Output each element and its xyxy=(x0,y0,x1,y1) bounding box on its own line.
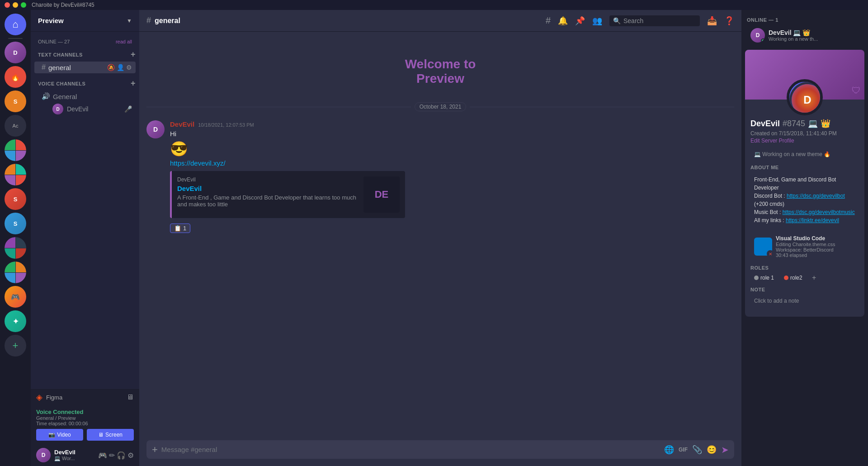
voice-user-devevil[interactable]: D DevEvil 🎤 xyxy=(34,103,136,115)
server-list: ⌂ D 🔥 S Ac xyxy=(0,10,31,466)
embed-content: DevEvil DevEvil A Front-End , Game and D… xyxy=(177,176,358,213)
server-icon-ac[interactable]: Ac xyxy=(5,115,26,137)
message-input-bar: + 🌐 GIF 📎 😊 ➤ xyxy=(139,440,741,466)
video-button[interactable]: 📷 Video xyxy=(36,429,83,441)
voice-channel-name-status: General / Preview xyxy=(36,415,134,421)
server-icon-8[interactable]: S xyxy=(5,213,26,234)
vscode-title: Visual Studio Code xyxy=(776,235,855,242)
channel-list: ONLINE — 27 read all TEXT CHANNELS + # g… xyxy=(31,32,139,389)
bell-icon[interactable]: 🔔 xyxy=(558,16,568,26)
inbox-icon[interactable]: 📥 xyxy=(707,16,717,26)
online-user-name: DevEvil 💻 👑 xyxy=(769,29,818,36)
server-icon-12[interactable]: ✦ xyxy=(5,310,26,332)
input-actions: 🌐 GIF 📎 😊 ➤ xyxy=(664,444,729,455)
add-server-button[interactable]: + xyxy=(5,335,26,357)
voice-channel-general[interactable]: 🔊 General xyxy=(34,90,136,102)
minimize-button[interactable] xyxy=(13,2,18,8)
vscode-icon: 3 ✕ xyxy=(754,238,772,256)
server-icon-1[interactable]: D xyxy=(5,42,26,63)
pin-icon[interactable]: 📌 xyxy=(575,16,585,26)
help-icon[interactable]: ❓ xyxy=(724,16,734,26)
svg-text:DE: DE xyxy=(375,189,389,200)
hash-icon: # xyxy=(42,63,46,71)
music-bot-link[interactable]: https://dsc.gg/devevilbotmusic xyxy=(783,209,855,215)
message-emoji: 😎 xyxy=(170,140,734,157)
traffic-lights xyxy=(5,2,26,8)
headphones-icon[interactable]: 🎧 xyxy=(117,451,126,460)
figma-bar: ◈ Figma 🖥 xyxy=(31,389,139,405)
add-role-button[interactable]: + xyxy=(809,272,820,283)
send-button[interactable]: ➤ xyxy=(721,444,729,455)
about-line-5: All my links : https://linktr.ee/devevil xyxy=(754,216,855,224)
figma-icon: ◈ xyxy=(36,392,42,402)
online-count-label: ONLINE — 27 xyxy=(38,39,70,44)
online-status-badge xyxy=(761,38,765,43)
sidebar-header[interactable]: Preview ▼ xyxy=(31,10,139,32)
vscode-workspace: Workspace: BetterDiscord xyxy=(776,247,855,252)
sticker-icon[interactable]: 📎 xyxy=(692,445,702,455)
server-icon-9[interactable] xyxy=(5,237,26,259)
screen-button[interactable]: 🖥 Screen xyxy=(87,429,134,441)
server-icon-5[interactable] xyxy=(5,139,26,161)
reaction-item[interactable]: 📋 1 xyxy=(170,223,190,233)
note-input[interactable]: Click to add a note xyxy=(750,294,859,308)
roles-list: role 1 role2 + xyxy=(750,272,859,283)
date-divider: October 18, 2021 xyxy=(146,102,734,111)
edit-server-profile-link[interactable]: Edit Server Profile xyxy=(750,138,859,144)
server-icon-10[interactable] xyxy=(5,262,26,283)
user-settings-icon[interactable]: ⚙ xyxy=(127,451,134,460)
read-all-link[interactable]: read all xyxy=(116,39,132,44)
role-dot-2 xyxy=(784,276,788,280)
hash-threads-icon[interactable]: # xyxy=(546,15,551,26)
settings-icon[interactable]: ⚙ xyxy=(126,64,132,71)
profile-created: Created on 7/15/2018, 11:41:40 PM xyxy=(750,130,859,137)
maximize-button[interactable] xyxy=(21,2,26,8)
user-bar-actions: 🎮 ✏ 🎧 ⚙ xyxy=(98,451,134,460)
online-user-item[interactable]: D DevEvil 💻 👑 Working on a new th... xyxy=(745,25,864,45)
server-icon-7[interactable]: S xyxy=(5,188,26,210)
members-icon[interactable]: 👥 xyxy=(592,16,602,26)
vscode-elapsed: 30:43 elapsed xyxy=(776,252,855,258)
message-avatar[interactable]: D xyxy=(146,120,165,138)
server-icon-3[interactable]: S xyxy=(5,90,26,112)
voice-channels-section[interactable]: VOICE CHANNELS + xyxy=(31,77,139,90)
reaction-bar: 📋 1 xyxy=(170,222,734,233)
figma-app-name: Figma xyxy=(46,394,123,401)
headset-icon[interactable]: ✏ xyxy=(109,451,115,460)
crown-icon: 👑 xyxy=(802,29,810,36)
server-icon-11[interactable]: 🎮 xyxy=(5,286,26,308)
sidebar-bottom: Voice Connected General / Preview Time e… xyxy=(31,405,139,466)
search-bar[interactable]: 🔍 Search xyxy=(609,15,700,26)
embed-title[interactable]: DevEvil xyxy=(177,185,358,192)
monitor-icon[interactable]: 🖥 xyxy=(127,393,134,401)
text-channels-section[interactable]: TEXT CHANNELS + xyxy=(31,48,139,61)
gif-icon[interactable]: GIF xyxy=(679,447,688,453)
server-icon-2[interactable]: 🔥 xyxy=(5,66,26,88)
close-button[interactable] xyxy=(5,2,10,8)
translate-icon[interactable]: 🌐 xyxy=(664,445,674,455)
all-links-link[interactable]: https://linktr.ee/devevil xyxy=(786,217,839,223)
profile-name: DevEvil xyxy=(750,119,780,128)
member-icon[interactable]: 👤 xyxy=(117,64,124,71)
server-home[interactable]: ⌂ xyxy=(5,14,26,35)
channel-item-general[interactable]: # general 🔕 👤 ⚙ xyxy=(34,62,136,73)
about-me-header: ABOUT ME xyxy=(750,165,859,170)
welcome-title: Welcome toPreview xyxy=(146,57,734,86)
role-dot-1 xyxy=(754,276,759,280)
message-link[interactable]: https://devevil.xyz/ xyxy=(170,159,226,167)
voice-channel-name: General xyxy=(53,93,77,100)
mic-toggle-icon[interactable]: 🎮 xyxy=(98,451,107,460)
user-bar-info: DevEvil 💻 Wor... xyxy=(54,449,94,461)
add-attachment-button[interactable]: + xyxy=(152,444,158,456)
add-voice-channel-button[interactable]: + xyxy=(131,79,136,88)
emoji-icon[interactable]: 😊 xyxy=(707,445,717,455)
discord-bot-link[interactable]: https://dsc.gg/devevilbot xyxy=(787,193,845,199)
profile-about: Front-End, Game and Discord Bot Develope… xyxy=(750,172,859,228)
mute-icon[interactable]: 🔕 xyxy=(107,64,115,71)
add-text-channel-button[interactable]: + xyxy=(131,50,136,59)
message-input[interactable] xyxy=(161,440,660,459)
online-user-avatar: D xyxy=(750,28,765,43)
message-content: DevEvil 10/18/2021, 12:07:53 PM Hi 😎 htt… xyxy=(170,120,734,233)
server-icon-6[interactable] xyxy=(5,164,26,185)
role-name-1: role 1 xyxy=(760,275,774,281)
